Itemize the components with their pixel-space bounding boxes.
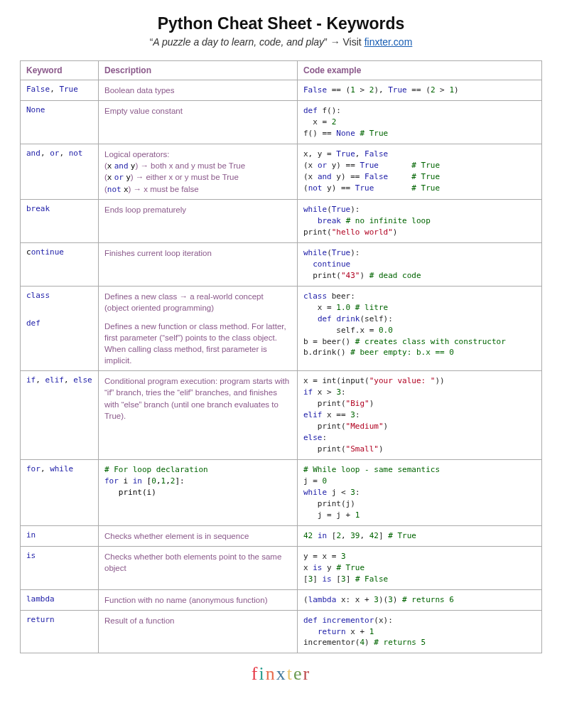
table-row: if, elif, elseConditional program execut… [21, 371, 542, 460]
code-cell: while(True): break # no infinite loop pr… [298, 200, 542, 243]
keyword-cell: False, True [21, 80, 99, 101]
cheatsheet-table: Keyword Description Code example False, … [20, 60, 542, 653]
table-row: NoneEmpty value constantdef f(): x = 2 f… [21, 101, 542, 144]
code-cell: x, y = True, False (x or y) == True # Tr… [298, 144, 542, 199]
code-cell: # While loop - same semantics j = 0 whil… [298, 459, 542, 525]
keyword-cell: None [21, 101, 99, 144]
code-cell: (lambda x: x + 3)(3) # returns 6 [298, 589, 542, 610]
description-cell: Defines a new class → a real-world conce… [99, 286, 298, 371]
table-row: lambdaFunction with no name (anonymous f… [21, 589, 542, 610]
description-cell: Function with no name (anonymous functio… [99, 589, 298, 610]
code-cell: False == (1 > 2), True == (2 > 1) [298, 80, 542, 101]
page-title: Python Cheat Sheet - Keywords [20, 14, 542, 33]
keyword-cell: is [21, 546, 99, 589]
description-cell: # For loop declaration for i in [0,1,2]:… [99, 459, 298, 525]
description-cell: Ends loop prematurely [99, 200, 298, 243]
keyword-cell: in [21, 525, 99, 546]
page-subtitle: “A puzzle a day to learn, code, and play… [20, 36, 542, 48]
tagline-suffix: ” → Visit [324, 36, 364, 48]
keyword-cell: break [21, 200, 99, 243]
table-row: class defDefines a new class → a real-wo… [21, 286, 542, 371]
col-header-description: Description [99, 61, 298, 80]
table-row: and, or, notLogical operators:(x and y) … [21, 144, 542, 199]
table-row: for, while# For loop declaration for i i… [21, 459, 542, 525]
keyword-cell: lambda [21, 589, 99, 610]
description-cell: Conditional program execution: program s… [99, 371, 298, 460]
code-cell: y = x = 3 x is y # True [3] is [3] # Fal… [298, 546, 542, 589]
table-row: False, TrueBoolean data typesFalse == (1… [21, 80, 542, 101]
col-header-keyword: Keyword [21, 61, 99, 80]
description-cell: Checks whether element is in sequence [99, 525, 298, 546]
description-cell: Empty value constant [99, 101, 298, 144]
table-row: isChecks whether both elements point to … [21, 546, 542, 589]
description-cell: Result of a function [99, 610, 298, 653]
col-header-code: Code example [298, 61, 542, 80]
code-cell: def f(): x = 2 f() == None # True [298, 101, 542, 144]
code-cell: 42 in [2, 39, 42] # True [298, 525, 542, 546]
table-row: returnResult of a functiondef incremento… [21, 610, 542, 653]
description-cell: Boolean data types [99, 80, 298, 101]
keyword-cell: return [21, 610, 99, 653]
keyword-cell: continue [21, 242, 99, 286]
finxter-link[interactable]: finxter.com [364, 36, 413, 48]
code-cell: class beer: x = 1.0 # litre def drink(se… [298, 286, 542, 371]
table-row: breakEnds loop prematurelywhile(True): b… [21, 200, 542, 243]
description-cell: Logical operators:(x and y) → both x and… [99, 144, 298, 199]
footer-logo: finxter [20, 663, 542, 685]
code-cell: def incrementor(x): return x + 1 increme… [298, 610, 542, 653]
keyword-cell: if, elif, else [21, 371, 99, 460]
page-header: Python Cheat Sheet - Keywords “A puzzle … [20, 14, 542, 48]
description-cell: Finishes current loop iteration [99, 242, 298, 286]
code-cell: x = int(input("your value: ")) if x > 3:… [298, 371, 542, 460]
keyword-cell: class def [21, 286, 99, 371]
code-cell: while(True): continue print("43") # dead… [298, 242, 542, 286]
keyword-cell: for, while [21, 459, 99, 525]
tagline: A puzzle a day to learn, code, and play [153, 36, 324, 48]
table-row: inChecks whether element is in sequence4… [21, 525, 542, 546]
table-row: continueFinishes current loop iterationw… [21, 242, 542, 286]
keyword-cell: and, or, not [21, 144, 99, 199]
description-cell: Checks whether both elements point to th… [99, 546, 298, 589]
